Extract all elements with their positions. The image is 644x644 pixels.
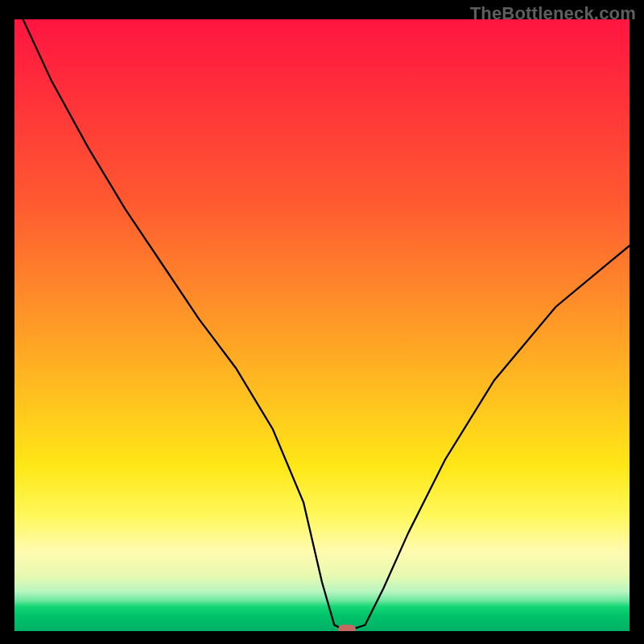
watermark-text: TheBottleneck.com xyxy=(470,3,636,24)
bottleneck-curve xyxy=(14,19,630,631)
chart-stage: TheBottleneck.com xyxy=(0,0,644,644)
plot-area xyxy=(14,19,630,631)
ideal-marker xyxy=(338,625,356,631)
